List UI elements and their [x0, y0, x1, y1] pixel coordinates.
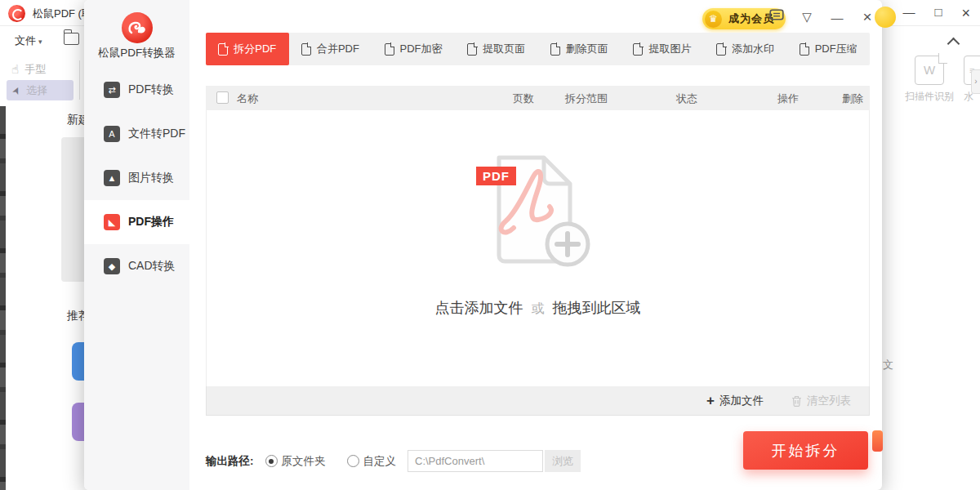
tab-delete-pages[interactable]: 删除页面: [538, 33, 621, 65]
feedback-icon[interactable]: [768, 9, 785, 25]
radio-custom-folder[interactable]: 自定义: [347, 454, 397, 469]
trash-icon: [791, 395, 802, 407]
file-menu[interactable]: 文件▾: [15, 33, 42, 48]
column-split-range: 拆分范围: [565, 91, 608, 106]
select-all-checkbox[interactable]: [216, 91, 229, 104]
file-table: 名称 页数 拆分范围 状态 操作 删除 PDF: [206, 86, 870, 416]
pdf-convert-icon: ⇄: [104, 82, 120, 98]
delete-pages-icon: [550, 43, 560, 56]
app-logo-icon: [8, 5, 25, 22]
cursor-icon: ➤: [10, 84, 24, 96]
output-path-label: 输出路径:: [206, 454, 254, 469]
column-pages: 页数: [513, 91, 534, 106]
drop-zone[interactable]: PDF 点击添加文件或拖拽到此区域: [206, 110, 870, 386]
tab-add-watermark[interactable]: 添加水印: [704, 33, 787, 65]
radio-original-folder[interactable]: 原文件夹: [265, 454, 326, 469]
output-path-input[interactable]: [408, 450, 543, 472]
skin-theme-icon[interactable]: ▽: [799, 10, 815, 24]
empty-state-hint: 点击添加文件或拖拽到此区域: [207, 298, 869, 318]
sidebar-item-file-to-pdf[interactable]: A 文件转PDF: [84, 112, 189, 156]
pdf-operations-icon: ◣: [104, 214, 120, 230]
clear-list-button[interactable]: 清空列表: [791, 394, 851, 408]
sidebar-item-image-convert[interactable]: ▲ 图片转换: [84, 156, 189, 200]
toolbar-divider: [79, 60, 80, 100]
column-action: 操作: [777, 91, 799, 106]
scan-document-icon: W: [915, 56, 944, 85]
collapse-ribbon-icon[interactable]: [947, 38, 960, 51]
encrypt-pdf-icon: [385, 43, 394, 56]
tab-encrypt-pdf[interactable]: PDF加密: [372, 33, 455, 65]
scan-recognition-tool[interactable]: W 扫描件识别: [897, 56, 962, 104]
start-split-button[interactable]: 开始拆分: [743, 431, 868, 470]
toolbar-expand-tab[interactable]: ›: [971, 69, 980, 94]
column-delete: 删除: [842, 91, 863, 106]
select-tool-button[interactable]: ➤ 选择: [7, 80, 74, 100]
hand-tool-button[interactable]: ☝ 手型: [11, 62, 46, 77]
tab-merge-pdf[interactable]: 合并PDF: [289, 33, 372, 65]
cad-convert-icon: ◆: [104, 258, 120, 274]
floating-widget-sliver: [872, 430, 883, 452]
empty-state-illustration: PDF: [476, 149, 599, 268]
tab-compress-pdf[interactable]: PDF压缩: [786, 33, 870, 65]
notification-dot-icon[interactable]: [875, 7, 896, 28]
pdf-label: PDF: [476, 167, 516, 185]
hand-icon: ☝: [11, 62, 19, 77]
dialog-minimize-button[interactable]: —: [829, 11, 845, 24]
sidebar-item-pdf-operations[interactable]: ◣ PDF操作: [84, 200, 189, 244]
crown-icon: ♛: [705, 11, 722, 28]
table-footer: + 添加文件 清空列表: [206, 386, 870, 416]
sidebar: 松鼠PDF转换器 ⇄ PDF转换 A 文件转PDF ▲ 图片转换 ◣ PDF操作: [84, 0, 189, 490]
merge-pdf-icon: [301, 43, 311, 56]
tab-extract-pages[interactable]: 提取页面: [455, 33, 538, 65]
caret-down-icon: ▾: [38, 38, 42, 46]
add-watermark-icon: [716, 43, 726, 56]
add-file-button[interactable]: + 添加文件: [706, 394, 764, 408]
tab-split-pdf[interactable]: 拆分PDF: [206, 33, 289, 65]
background-doc-text: 文: [883, 358, 893, 372]
radio-selected-icon: [265, 455, 278, 467]
extract-pages-icon: [467, 43, 477, 56]
squirrel-logo-icon: [122, 12, 153, 43]
split-pdf-icon: [218, 43, 228, 56]
thumbnail-panel-edge: [0, 106, 6, 490]
bg-maximize-button[interactable]: □: [934, 5, 942, 22]
bg-close-button[interactable]: ×: [961, 5, 970, 22]
tab-extract-images[interactable]: 提取图片: [621, 33, 704, 65]
sidebar-item-pdf-convert[interactable]: ⇄ PDF转换: [84, 68, 189, 112]
operation-tabbar: 拆分PDF 合并PDF PDF加密 提取页面 删除页面 提取图片 添加水印 PD…: [206, 33, 870, 65]
screen: 松鼠PDF (联想 — □ × 文件▾ ☝ 手型 ➤ 选择 新建 推荐 W 扫描…: [0, 0, 980, 490]
image-convert-icon: ▲: [104, 170, 120, 186]
pdf-converter-dialog: 松鼠PDF转换器 ⇄ PDF转换 A 文件转PDF ▲ 图片转换 ◣ PDF操作: [84, 0, 882, 490]
radio-unselected-icon: [347, 455, 359, 467]
file-to-pdf-icon: A: [104, 126, 120, 142]
app-name: 松鼠PDF转换器: [84, 46, 189, 60]
column-name: 名称: [237, 91, 258, 106]
column-status: 状态: [676, 91, 697, 106]
output-path-bar: 输出路径: 原文件夹 自定义 浏览: [206, 450, 581, 472]
dialog-close-button[interactable]: ×: [859, 8, 875, 26]
sidebar-item-cad-convert[interactable]: ◆ CAD转换: [84, 244, 189, 288]
open-folder-icon[interactable]: [64, 33, 79, 45]
extract-images-icon: [633, 43, 643, 56]
bg-minimize-button[interactable]: —: [902, 5, 915, 22]
table-header: 名称 页数 拆分范围 状态 操作 删除: [206, 86, 870, 110]
chevron-right-icon: ›: [974, 77, 977, 86]
plus-icon: +: [706, 394, 715, 408]
compress-pdf-icon: [800, 43, 809, 56]
browse-button[interactable]: 浏览: [545, 450, 581, 472]
